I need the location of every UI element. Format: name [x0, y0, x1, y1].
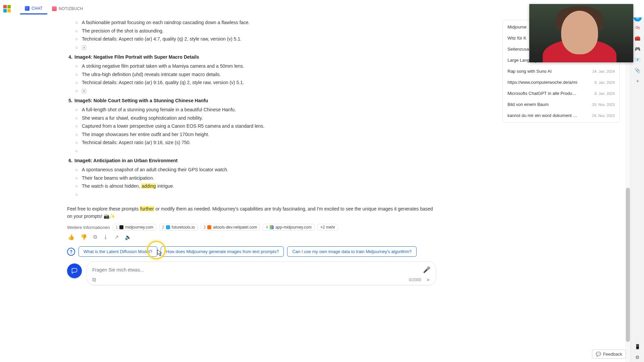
item5-title: Image5: Noble Court Setting with a Stunn… [74, 96, 436, 106]
bullet-empty [82, 190, 436, 199]
bullet: The ultra-high definition (uhd) reveals … [82, 70, 436, 79]
like-icon[interactable]: 👍 [68, 234, 74, 240]
bullet: Technical details: Aspect ratio (ar) 9:1… [82, 78, 436, 87]
share-icon[interactable]: ↗ [114, 234, 119, 240]
feedback-button[interactable]: 💬 Feedback [592, 350, 626, 359]
feedback-icon: 💬 [596, 352, 601, 357]
chat-icon [25, 6, 30, 11]
reaction-row: 👍 👎 ⧉ ⭳ ↗ 🔈 [68, 234, 436, 240]
rail-office-icon[interactable]: 📎 [633, 66, 642, 75]
input-row: 🎤 ⧉ 0/2000 ➤ [67, 261, 436, 285]
bullet: Captured from a lower perspective using … [82, 122, 436, 130]
char-counter: 0/2000 [409, 278, 421, 282]
recent-row[interactable]: Rap song with Suno AI24. Jan. 2024 [503, 66, 620, 77]
more-info-label: Weitere Informationen [67, 225, 110, 230]
bullet: Technical details: Aspect ratio (ar) 4:7… [82, 35, 436, 43]
more-info-row: Weitere Informationen 1midjourney.com 2f… [67, 224, 436, 231]
rail-outlook-icon[interactable]: 📧 [633, 55, 642, 64]
chat-input-box: 🎤 ⧉ 0/2000 ➤ [87, 261, 436, 285]
tab-chat-label: CHAT [32, 6, 43, 11]
rail-phone-icon[interactable]: 📱 [633, 342, 642, 351]
mic-icon[interactable]: 🎤 [423, 266, 430, 274]
item6-title: Image6: Anticipation in an Urban Environ… [74, 156, 436, 166]
bullet: The watch is almost hidden, adding intri… [82, 182, 436, 190]
cursor-highlight-ring [147, 241, 166, 259]
list-num-6: 6. [67, 156, 74, 198]
recent-row[interactable]: Microsofts ChatGPT in alle Produkte in8.… [503, 88, 620, 99]
webcam-overlay [529, 4, 633, 62]
source-link-3[interactable]: 3aitools-dev.neilpatel.com [201, 224, 260, 231]
download-icon[interactable]: ⭳ [103, 234, 108, 240]
send-icon[interactable]: ➤ [426, 277, 430, 283]
bullet: A spontaneous snapshot of an adult check… [82, 166, 436, 174]
bullet-badge: 5 [82, 87, 436, 95]
recent-row[interactable]: kannst du mir ein word dokument ers28. N… [503, 110, 620, 121]
question-icon: ? [67, 248, 75, 256]
dislike-icon[interactable]: 👎 [80, 234, 87, 240]
bullet-badge: 4 [82, 43, 436, 52]
scrollbar-thumb[interactable] [626, 188, 630, 342]
new-topic-button[interactable] [67, 263, 82, 278]
feedback-label: Feedback [603, 352, 622, 357]
rail-add-icon[interactable]: ＋ [633, 76, 642, 86]
notebook-icon [52, 6, 57, 11]
tab-notebook[interactable]: NOTIZBUCH [47, 4, 88, 14]
rail-tools-icon[interactable]: 🧰 [633, 34, 642, 43]
chat-input[interactable] [92, 265, 423, 275]
cursor-icon [157, 249, 161, 255]
source-link-4[interactable]: 4app-midjourney.com [263, 224, 315, 231]
bullet: Technical details: Aspect ratio (ar) 9:1… [82, 138, 436, 147]
bullet-empty [82, 147, 436, 155]
broom-chat-icon [71, 267, 78, 275]
tab-notebook-label: NOTIZBUCH [59, 6, 83, 11]
rail-games-icon[interactable]: 🎮 [633, 44, 642, 54]
suggestion-1[interactable]: What is the Latent Diffusion Model? [78, 246, 157, 257]
bullet: Their face beams with anticipation. [82, 174, 436, 182]
bullet: A striking negative film portrait taken … [82, 62, 436, 70]
suggestions-row: ? What is the Latent Diffusion Model? Ho… [67, 246, 436, 257]
speaker-icon[interactable]: 🔈 [125, 234, 131, 240]
recent-row[interactable]: https://www.computerwoche.de/a/mi8. Jan.… [503, 77, 620, 88]
bullet: A full-length shot of a stunning young f… [82, 106, 436, 114]
item4-title: Image4: Negative Film Portrait with Supe… [74, 52, 436, 62]
suggestion-3[interactable]: Can I use my own image data to train Mid… [287, 246, 417, 257]
ref-badge[interactable]: 4 [82, 45, 86, 50]
copy-icon[interactable]: ⧉ [93, 234, 97, 240]
image-input-icon[interactable]: ⧉ [92, 277, 96, 283]
source-link-2[interactable]: 2futuretools.io [159, 224, 198, 231]
closing-text: Feel free to explore these prompts furth… [67, 205, 436, 220]
list-num-5: 5. [67, 96, 74, 155]
rail-shopping-icon[interactable]: 🛍 [633, 23, 642, 32]
ref-badge[interactable]: 5 [82, 89, 86, 94]
source-more[interactable]: +2 mehr [317, 224, 338, 231]
source-link-1[interactable]: 1midjourney.com [113, 224, 157, 231]
bullet-faded: A fashionable portrait focusing on each … [82, 18, 436, 27]
bullet: The precision of the shot is astounding. [82, 27, 436, 35]
suggestion-2[interactable]: How does Midjourney generate images from… [161, 246, 284, 257]
recent-row[interactable]: Bild von einem Baum29. Nov. 2023 [503, 99, 620, 110]
list-num-4: 4. [67, 52, 74, 95]
rail-settings-icon[interactable]: ⚙ [633, 353, 642, 362]
bullet: She wears a fur shawl, exuding sophistic… [82, 114, 436, 122]
chat-content: A fashionable portrait focusing on each … [50, 18, 443, 362]
ms-logo-icon [3, 5, 11, 12]
tab-chat[interactable]: CHAT [20, 3, 47, 14]
bullet: The image showcases her entire outfit an… [82, 130, 436, 139]
